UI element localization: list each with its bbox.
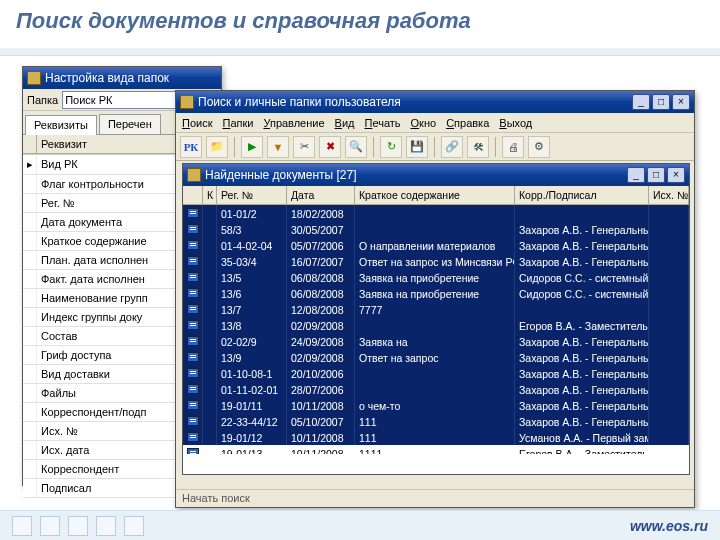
table-row[interactable]: 02-02/924/09/2008Заявка наЗахаров А.В. -…: [183, 333, 689, 349]
doc-maximize-button[interactable]: □: [647, 167, 665, 183]
table-row[interactable]: 22-33-44/1205/10/2007111Захаров А.В. - Г…: [183, 413, 689, 429]
table-row[interactable]: 01-01/218/02/2008: [183, 205, 689, 221]
footer-url[interactable]: www.eos.ru: [630, 518, 708, 534]
document-icon: [187, 224, 199, 234]
statusbar: Начать поиск: [176, 489, 694, 507]
filter-button[interactable]: ▼: [267, 136, 289, 158]
doc-minimize-button[interactable]: _: [627, 167, 645, 183]
documents-app-icon: [187, 168, 201, 182]
document-icon: [187, 352, 199, 362]
page-footer: www.eos.ru: [0, 510, 720, 540]
table-row[interactable]: 13/606/08/2008Заявка на приобретениеСидо…: [183, 285, 689, 301]
table-row[interactable]: 01-10-08-120/10/2006Захаров А.В. - Генер…: [183, 365, 689, 381]
footer-icon-1[interactable]: [12, 516, 32, 536]
tab-list[interactable]: Перечен: [99, 114, 161, 134]
settings-titlebar[interactable]: Настройка вида папок: [23, 67, 221, 89]
document-icon: [187, 432, 199, 442]
print-icon[interactable]: 🖨: [502, 136, 524, 158]
scissors-icon[interactable]: ✂: [293, 136, 315, 158]
footer-icon-3[interactable]: [68, 516, 88, 536]
document-icon: [187, 272, 199, 282]
menubar: ПоискПапкиУправлениеВидПечатьОкноСправка…: [176, 113, 694, 133]
menu-item[interactable]: Управление: [263, 117, 324, 129]
menu-item[interactable]: Печать: [365, 117, 401, 129]
table-row[interactable]: 13/712/08/20087777: [183, 301, 689, 317]
document-icon: [187, 416, 199, 426]
document-icon: [187, 384, 199, 394]
next-button[interactable]: ▶: [241, 136, 263, 158]
link-icon[interactable]: 🔗: [441, 136, 463, 158]
document-icon: [187, 256, 199, 266]
document-icon: [187, 448, 199, 454]
close-button[interactable]: ×: [672, 94, 690, 110]
col-k[interactable]: К: [203, 186, 217, 205]
table-row[interactable]: 19-01/1110/11/2008о чем-тоЗахаров А.В. -…: [183, 397, 689, 413]
table-row[interactable]: 35-03/416/07/2007Ответ на запрос из Минс…: [183, 253, 689, 269]
menu-item[interactable]: Справка: [446, 117, 489, 129]
footer-icon-2[interactable]: [40, 516, 60, 536]
search-window: Поиск и личные папки пользователя _ □ × …: [175, 90, 695, 508]
rk-button[interactable]: РК: [180, 136, 202, 158]
status-text: Начать поиск: [182, 492, 250, 504]
documents-grid[interactable]: К Рег. № Дата Краткое содержание Корр./П…: [183, 186, 689, 454]
table-row[interactable]: 13/506/08/2008Заявка на приобретениеСидо…: [183, 269, 689, 285]
table-row[interactable]: 19-01/1210/11/2008111Усманов А.А. - Перв…: [183, 429, 689, 445]
table-row[interactable]: 13/802/09/2008Егоров В.А. - Заместитель …: [183, 317, 689, 333]
maximize-button[interactable]: □: [652, 94, 670, 110]
settings-title: Настройка вида папок: [45, 71, 169, 85]
find-icon[interactable]: 🔍: [345, 136, 367, 158]
search-app-icon: [180, 95, 194, 109]
document-icon: [187, 368, 199, 378]
col-isx[interactable]: Исх. №: [649, 186, 689, 205]
document-icon: [187, 304, 199, 314]
menu-item[interactable]: Вид: [335, 117, 355, 129]
tool-icon[interactable]: 🛠: [467, 136, 489, 158]
toolbar: РК 📁 ▶ ▼ ✂ ✖ 🔍 ↻ 💾 🔗 🛠 🖨 ⚙: [176, 133, 694, 161]
settings-app-icon: [27, 71, 41, 85]
page-title: Поиск документов и справочная работа: [16, 8, 471, 34]
menu-item[interactable]: Поиск: [182, 117, 212, 129]
menu-item[interactable]: Выход: [499, 117, 532, 129]
document-icon: [187, 208, 199, 218]
table-row[interactable]: 58/330/05/2007Захаров А.В. - Генеральный: [183, 221, 689, 237]
save-icon[interactable]: 💾: [406, 136, 428, 158]
documents-title: Найденные документы [27]: [205, 168, 357, 182]
settings-icon[interactable]: ⚙: [528, 136, 550, 158]
tab-requisites[interactable]: Реквизиты: [25, 115, 97, 135]
footer-icon-5[interactable]: [124, 516, 144, 536]
col-date[interactable]: Дата: [287, 186, 355, 205]
table-row[interactable]: 01-11-02-0128/07/2006Захаров А.В. - Гене…: [183, 381, 689, 397]
document-icon: [187, 400, 199, 410]
col-summary[interactable]: Краткое содержание: [355, 186, 515, 205]
table-row[interactable]: 13/902/09/2008Ответ на запросЗахаров А.В…: [183, 349, 689, 365]
col-corr[interactable]: Корр./Подписал: [515, 186, 649, 205]
document-icon: [187, 240, 199, 250]
folder-button[interactable]: 📁: [206, 136, 228, 158]
menu-item[interactable]: Окно: [411, 117, 437, 129]
minimize-button[interactable]: _: [632, 94, 650, 110]
col-reg[interactable]: Рег. №: [217, 186, 287, 205]
documents-titlebar[interactable]: Найденные документы [27] _ □ ×: [183, 164, 689, 186]
doc-close-button[interactable]: ×: [667, 167, 685, 183]
documents-window: Найденные документы [27] _ □ × К Рег. № …: [182, 163, 690, 475]
document-icon: [187, 336, 199, 346]
folder-label: Папка: [27, 94, 58, 106]
table-row[interactable]: 01-4-02-0405/07/2006О направлении матери…: [183, 237, 689, 253]
search-titlebar[interactable]: Поиск и личные папки пользователя _ □ ×: [176, 91, 694, 113]
menu-item[interactable]: Папки: [222, 117, 253, 129]
search-title: Поиск и личные папки пользователя: [198, 95, 401, 109]
table-row[interactable]: 19-01/1310/11/20081111Егоров В.А. - Заме…: [183, 445, 689, 454]
footer-icon-4[interactable]: [96, 516, 116, 536]
refresh-icon[interactable]: ↻: [380, 136, 402, 158]
document-icon: [187, 320, 199, 330]
document-icon: [187, 288, 199, 298]
delete-icon[interactable]: ✖: [319, 136, 341, 158]
